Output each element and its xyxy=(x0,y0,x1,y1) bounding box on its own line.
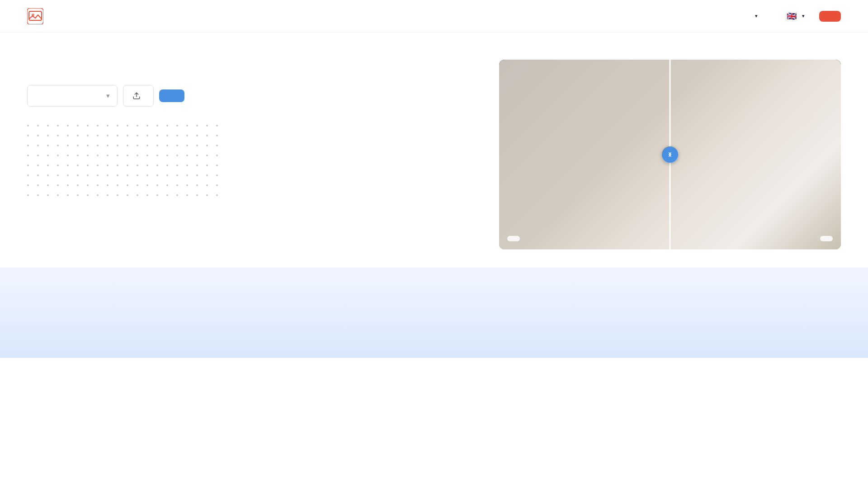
hero-content: ▾ // Generate dots inline const grid = d… xyxy=(27,60,475,200)
dot xyxy=(186,125,188,127)
dot xyxy=(107,155,108,156)
translate-controls: ▾ xyxy=(27,85,475,107)
dot xyxy=(176,155,178,156)
dot xyxy=(127,184,128,186)
dot xyxy=(216,164,218,166)
dot xyxy=(97,164,99,166)
dot xyxy=(166,125,168,127)
dot xyxy=(127,164,128,166)
dot xyxy=(166,155,168,156)
dot xyxy=(156,145,158,146)
dot xyxy=(156,194,158,196)
dot xyxy=(97,155,99,156)
dot xyxy=(87,164,89,166)
dot xyxy=(77,194,79,196)
dot xyxy=(196,174,198,176)
dot xyxy=(127,194,128,196)
dot xyxy=(107,125,108,127)
dot xyxy=(37,155,39,156)
dot xyxy=(27,184,29,186)
dot xyxy=(67,184,69,186)
dot xyxy=(156,184,158,186)
dot xyxy=(146,174,148,176)
dot xyxy=(176,184,178,186)
dot xyxy=(27,125,29,127)
dot xyxy=(166,164,168,166)
dot xyxy=(117,164,118,166)
dot xyxy=(156,174,158,176)
dot xyxy=(77,145,79,146)
dot xyxy=(87,145,89,146)
dot xyxy=(67,155,69,156)
dot xyxy=(137,135,138,136)
comparison-handle[interactable] xyxy=(662,146,678,163)
dot xyxy=(107,184,108,186)
dot xyxy=(67,164,69,166)
dot xyxy=(137,164,138,166)
main-nav: ▾ 🇬🇧 ▾ xyxy=(753,11,841,22)
dot xyxy=(97,145,99,146)
translate-button[interactable] xyxy=(159,89,184,102)
dot xyxy=(216,194,218,196)
dot xyxy=(77,184,79,186)
dot xyxy=(186,194,188,196)
dot xyxy=(37,145,39,146)
logo[interactable] xyxy=(27,8,48,24)
dot xyxy=(117,194,118,196)
image-container xyxy=(499,60,841,249)
dot xyxy=(176,125,178,127)
dot xyxy=(97,174,99,176)
dot xyxy=(117,135,118,136)
nav-translators[interactable]: ▾ xyxy=(753,13,758,19)
dot xyxy=(67,174,69,176)
try-now-button[interactable] xyxy=(819,11,841,22)
dot xyxy=(47,155,49,156)
info-right-column xyxy=(389,394,841,401)
dot xyxy=(216,155,218,156)
dot xyxy=(146,194,148,196)
dot xyxy=(57,125,59,127)
dot xyxy=(216,145,218,146)
image-comparison-widget xyxy=(499,60,841,249)
dot xyxy=(47,174,49,176)
dot xyxy=(176,135,178,136)
svg-rect-0 xyxy=(27,8,43,24)
choose-file-button[interactable] xyxy=(123,85,154,107)
dot xyxy=(216,135,218,136)
dot xyxy=(166,135,168,136)
dot xyxy=(77,174,79,176)
dot xyxy=(87,184,89,186)
upload-icon xyxy=(132,92,141,100)
dot xyxy=(206,135,208,136)
dot xyxy=(176,174,178,176)
dot xyxy=(97,194,99,196)
dot xyxy=(107,164,108,166)
dot xyxy=(206,174,208,176)
language-selector[interactable]: 🇬🇧 ▾ xyxy=(787,11,805,21)
dot xyxy=(107,135,108,136)
resize-icon xyxy=(666,151,674,158)
dot xyxy=(57,135,59,136)
dot xyxy=(117,145,118,146)
dot xyxy=(127,155,128,156)
dot xyxy=(166,174,168,176)
dot xyxy=(27,155,29,156)
chevron-down-icon: ▾ xyxy=(755,13,758,19)
dot xyxy=(27,135,29,136)
dot xyxy=(27,164,29,166)
dot xyxy=(166,194,168,196)
dot xyxy=(176,194,178,196)
dot xyxy=(97,135,99,136)
dot xyxy=(166,184,168,186)
dot xyxy=(27,194,29,196)
dot xyxy=(37,135,39,136)
dot xyxy=(117,155,118,156)
original-label xyxy=(820,236,833,241)
dot xyxy=(186,145,188,146)
language-dropdown[interactable]: ▾ xyxy=(27,85,118,107)
dot xyxy=(87,135,89,136)
dot xyxy=(107,145,108,146)
dot xyxy=(176,145,178,146)
dot xyxy=(137,194,138,196)
dot xyxy=(137,145,138,146)
